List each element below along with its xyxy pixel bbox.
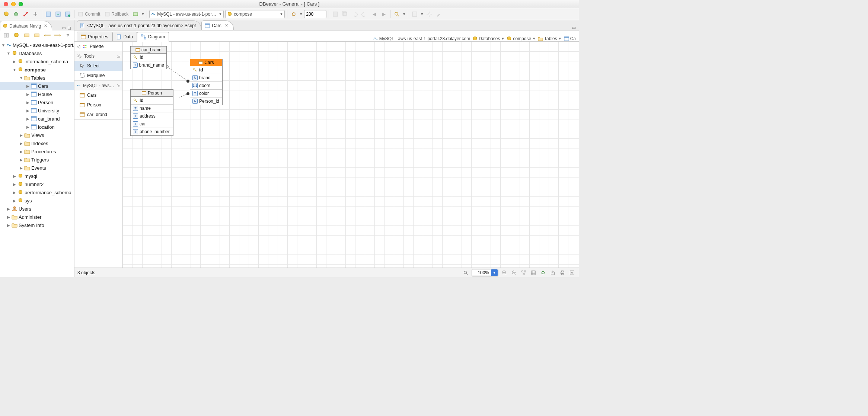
save-all-icon[interactable] — [341, 10, 349, 18]
connect-icon[interactable] — [22, 10, 30, 18]
zoom-out-icon[interactable] — [510, 269, 518, 276]
rollback-button[interactable]: Rollback — [103, 10, 130, 18]
connection-dropdown[interactable]: MySQL - aws-us-east-1-portal.23.dl ▼ — [149, 10, 224, 18]
navigator-tree[interactable]: MySQL - aws-us-east-1-portal.2 Databases… — [0, 40, 74, 277]
palette-header[interactable]: ◁ Palette — [74, 42, 122, 51]
redo-icon[interactable] — [360, 10, 368, 18]
er-table-cars[interactable]: Cars id ↳brand 1.1doors Tcolor ↳Person_i… — [190, 59, 223, 105]
minimize-editor-icon[interactable]: ▭ — [572, 25, 579, 30]
close-icon[interactable]: ✕ — [225, 23, 228, 28]
palette-section-tools[interactable]: Tools ⇲ — [74, 51, 122, 61]
tree-table-house[interactable]: House — [0, 90, 74, 98]
tx-mode-icon[interactable] — [131, 10, 140, 18]
layout-icon[interactable] — [520, 269, 527, 276]
view-menu-icon[interactable]: ▽ — [64, 31, 72, 39]
tree-table-cars[interactable]: Cars — [0, 82, 74, 90]
search-icon[interactable] — [393, 10, 401, 18]
editor-tab-script[interactable]: <MySQL - aws-us-east-1-portal.23.dblayer… — [77, 20, 201, 30]
tree-users[interactable]: Users — [0, 205, 74, 213]
zoom-in-icon[interactable] — [501, 269, 508, 276]
row-limit-input[interactable] — [304, 10, 326, 18]
zoom-input[interactable] — [472, 270, 491, 275]
undo-icon[interactable] — [351, 10, 359, 18]
minimize-view-icon[interactable]: ▭ — [62, 25, 66, 31]
tree-table-car-brand[interactable]: car_brand — [0, 115, 74, 123]
new-connection-icon[interactable] — [2, 10, 10, 18]
pin-icon[interactable]: ⇲ — [117, 83, 120, 88]
close-window-button[interactable] — [4, 2, 8, 6]
er-table-car-brand[interactable]: car_brand id Tbrand_name — [130, 46, 167, 69]
minimize-window-button[interactable] — [11, 2, 16, 6]
zoom-control[interactable]: ▼ — [472, 269, 498, 276]
tree-table-university[interactable]: University — [0, 106, 74, 115]
tree-db-number2[interactable]: number2 — [0, 180, 74, 188]
palette-tool-select[interactable]: Select — [74, 61, 122, 71]
bc-table[interactable]: Ca — [564, 36, 576, 41]
back-icon[interactable]: ◀ — [370, 10, 378, 18]
refresh-icon[interactable] — [290, 10, 298, 18]
editor-tab-cars[interactable]: Cars ✕ — [201, 20, 233, 30]
zoom-dropdown-icon[interactable]: ▼ — [491, 269, 498, 276]
forward-icon[interactable]: ▶ — [380, 10, 388, 18]
palette-section-connection[interactable]: MySQL - aws-us-e... ⇲ — [74, 81, 122, 90]
tree-views[interactable]: Views — [0, 131, 74, 139]
pin-icon[interactable]: ⇲ — [117, 54, 120, 59]
tree-procedures[interactable]: Procedures — [0, 147, 74, 156]
tools-icon[interactable] — [435, 10, 443, 18]
tree-triggers[interactable]: Triggers — [0, 156, 74, 164]
tree-db-information-schema[interactable]: information_schema — [0, 57, 74, 65]
palette-table-person[interactable]: Person — [74, 100, 122, 110]
tree-db-sys[interactable]: sys — [0, 196, 74, 205]
grid-icon[interactable] — [530, 269, 537, 276]
collapse-all-icon[interactable] — [23, 31, 31, 39]
tree-indexes[interactable]: Indexes — [0, 139, 74, 147]
expand-all-icon[interactable] — [33, 31, 41, 39]
new-object-icon[interactable] — [411, 10, 419, 18]
db-filter-icon[interactable] — [13, 31, 21, 39]
subtab-data[interactable]: Data — [112, 32, 137, 41]
sql-editor-icon[interactable] — [44, 10, 52, 18]
subtab-diagram[interactable]: Diagram — [137, 32, 169, 42]
gear-icon[interactable] — [425, 10, 433, 18]
tree-table-location[interactable]: location — [0, 123, 74, 131]
tree-connection[interactable]: MySQL - aws-us-east-1-portal.2 — [0, 41, 74, 49]
settings-icon[interactable] — [568, 269, 576, 276]
palette-table-cars[interactable]: Cars — [74, 90, 122, 100]
refresh-icon[interactable] — [539, 269, 547, 276]
bc-db-compose[interactable]: compose▼ — [507, 36, 536, 41]
tree-system-info[interactable]: System Info — [0, 221, 74, 229]
nav-back-icon[interactable]: ⟸ — [43, 31, 51, 39]
new-connection-cloud-icon[interactable] — [12, 10, 20, 18]
zoom-window-button[interactable] — [19, 2, 23, 6]
palette-table-car-brand[interactable]: car_brand — [74, 110, 122, 119]
schema-dropdown[interactable]: compose ▼ — [225, 10, 285, 18]
bc-databases[interactable]: Databases▼ — [472, 36, 504, 41]
er-table-person[interactable]: Person id Tname Taddress Tcar Tphone_num… — [130, 89, 173, 136]
tree-db-performance-schema[interactable]: performance_schema — [0, 188, 74, 196]
palette-tool-marquee[interactable]: Marquee — [74, 71, 122, 80]
palette-back-icon[interactable]: ◁ — [77, 44, 80, 49]
link-editor-icon[interactable] — [2, 31, 10, 39]
close-icon[interactable]: ✕ — [44, 23, 47, 28]
tree-db-mysql[interactable]: mysql — [0, 172, 74, 180]
diagram-canvas[interactable]: car_brand id Tbrand_name Person id Tname… — [123, 42, 579, 268]
recent-sql-icon[interactable] — [54, 10, 62, 18]
maximize-view-icon[interactable]: ◻ — [67, 25, 71, 31]
tree-table-person[interactable]: Person — [0, 98, 74, 106]
bc-connection[interactable]: MySQL - aws-us-east-1-portal.23.dblayer.… — [373, 36, 470, 41]
subtab-properties[interactable]: Properties — [77, 32, 112, 41]
tree-db-compose[interactable]: compose — [0, 65, 74, 74]
tree-tables[interactable]: Tables — [0, 74, 74, 82]
disconnect-icon[interactable] — [31, 10, 39, 18]
new-sql-icon[interactable] — [64, 10, 72, 18]
tree-databases[interactable]: Databases — [0, 49, 74, 57]
tree-events[interactable]: Events — [0, 164, 74, 172]
save-icon[interactable] — [331, 10, 339, 18]
print-icon[interactable] — [559, 269, 566, 276]
export-icon[interactable] — [549, 269, 556, 276]
navigator-tab[interactable]: Database Navig ✕ — [0, 21, 52, 31]
tree-administer[interactable]: Administer — [0, 213, 74, 221]
nav-fwd-icon[interactable]: ⟹ — [54, 31, 62, 39]
search-icon[interactable] — [462, 269, 469, 276]
commit-button[interactable]: Commit — [77, 10, 102, 18]
